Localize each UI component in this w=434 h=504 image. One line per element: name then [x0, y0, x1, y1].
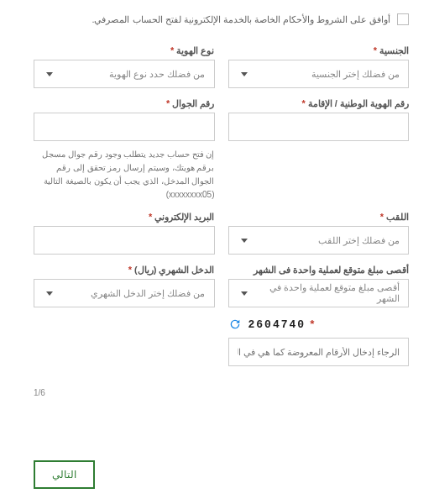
input-captcha[interactable]	[228, 338, 410, 366]
chevron-down-icon	[241, 291, 248, 296]
select-max-amount[interactable]: أقصى مبلغ متوقع لعملية واحدة في الشهر	[228, 279, 410, 307]
label-mobile: رقم الجوال *	[34, 98, 215, 109]
consent-label: أوافق على الشروط والأحكام الخاصة بالخدمة…	[92, 14, 390, 25]
next-button[interactable]: التالي	[34, 460, 95, 489]
field-id-type: نوع الهوية * من فضلك حدد نوع الهوية	[34, 45, 215, 88]
label-title: اللقب *	[228, 212, 410, 223]
select-income[interactable]: من فضلك إختر الدخل الشهري	[34, 279, 215, 307]
label-national-id: رقم الهوية الوطنية / الإقامة *	[228, 98, 410, 109]
captcha-image: 2604740	[248, 318, 317, 331]
field-title: اللقب * من فضلك إختر اللقب	[228, 212, 410, 255]
consent-checkbox[interactable]	[397, 13, 409, 25]
input-national-id[interactable]	[228, 113, 410, 141]
label-max-amount: أقصى مبلغ متوقع لعملية واحدة فى الشهر	[228, 265, 410, 276]
pager: 1/6	[34, 388, 409, 397]
field-national-id: رقم الهوية الوطنية / الإقامة *	[228, 98, 410, 202]
consent-row: أوافق على الشروط والأحكام الخاصة بالخدمة…	[34, 13, 409, 25]
helper-mobile: إن فتح حساب جديد يتطلب وجود رقم جوال مسج…	[34, 148, 215, 202]
chevron-down-icon	[241, 72, 248, 76]
field-income: الدخل الشهري (ريال) * من فضلك إختر الدخل…	[34, 265, 215, 307]
captcha-block: 2604740	[228, 318, 410, 366]
input-mobile[interactable]	[34, 113, 215, 141]
select-nationality[interactable]: من فضلك إختر الجنسية	[228, 60, 410, 88]
refresh-icon[interactable]	[228, 318, 242, 331]
field-nationality: الجنسية * من فضلك إختر الجنسية	[228, 45, 410, 88]
label-nationality: الجنسية *	[228, 45, 410, 56]
field-max-amount: أقصى مبلغ متوقع لعملية واحدة فى الشهر أق…	[228, 265, 410, 307]
select-title[interactable]: من فضلك إختر اللقب	[228, 226, 410, 255]
chevron-down-icon	[46, 72, 53, 76]
form-grid: الجنسية * من فضلك إختر الجنسية نوع الهوي…	[34, 45, 409, 366]
input-email[interactable]	[34, 226, 215, 255]
label-id-type: نوع الهوية *	[34, 45, 215, 56]
label-email: البريد الإلكتروني *	[34, 212, 215, 223]
label-income: الدخل الشهري (ريال) *	[34, 265, 215, 276]
chevron-down-icon	[241, 239, 248, 243]
footer: التالي	[34, 460, 95, 489]
field-email: البريد الإلكتروني *	[34, 212, 215, 255]
select-id-type[interactable]: من فضلك حدد نوع الهوية	[34, 60, 215, 88]
chevron-down-icon	[46, 291, 53, 296]
field-mobile: رقم الجوال * إن فتح حساب جديد يتطلب وجود…	[34, 98, 215, 202]
